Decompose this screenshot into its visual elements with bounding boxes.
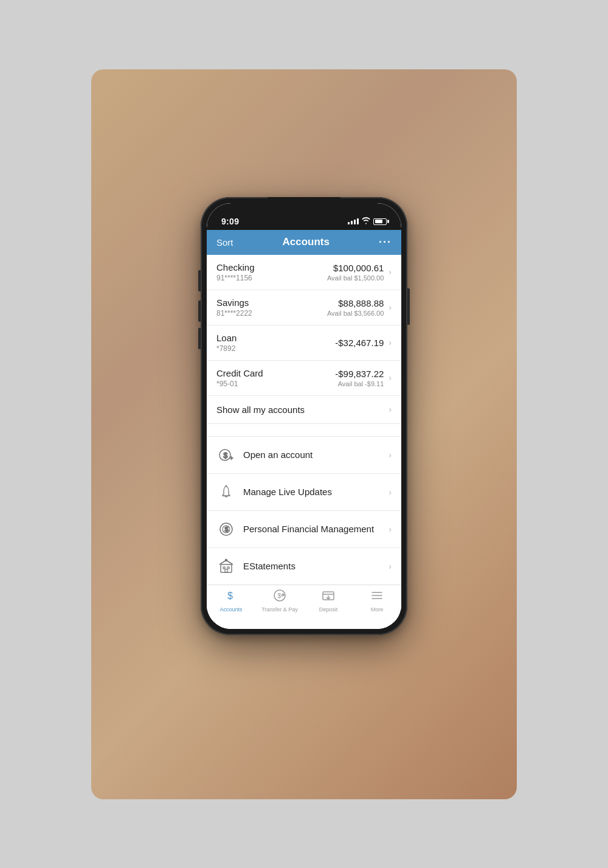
accounts-tab-label: Accounts — [219, 606, 242, 613]
notch — [268, 197, 340, 210]
page-title: Accounts — [283, 236, 330, 248]
building-icon — [216, 557, 236, 576]
personal-financial-button[interactable]: $ Personal Financial Management › — [207, 510, 401, 547]
chevron-icon-estatements: › — [389, 561, 392, 571]
chevron-icon-savings: › — [389, 302, 392, 312]
open-account-label: Open an account — [243, 450, 384, 460]
balance-main-checking: $100,000.61 — [327, 263, 384, 273]
tab-transfer[interactable]: $ Transfer & Pay — [255, 589, 304, 613]
status-time: 9:09 — [221, 217, 239, 226]
svg-text:$: $ — [278, 592, 282, 599]
svg-rect-10 — [227, 567, 229, 569]
personal-financial-label: Personal Financial Management — [243, 524, 384, 534]
home-indicator — [207, 623, 401, 629]
spacer — [207, 424, 401, 436]
dollar-plus-icon: $ — [216, 445, 236, 465]
manage-live-updates-button[interactable]: Manage Live Updates › — [207, 473, 401, 510]
chevron-icon-loan: › — [389, 338, 392, 347]
balance-main-loan: -$32,467.19 — [335, 338, 384, 348]
account-number-savings: 81****2222 — [216, 309, 327, 318]
more-tab-icon — [370, 589, 384, 605]
deposit-tab-label: Deposit — [319, 606, 338, 613]
estatements-button[interactable]: EStatements › — [207, 547, 401, 585]
tab-bar: $ Accounts $ — [207, 585, 401, 623]
content-area: Checking 91****1156 $100,000.61 Avail ba… — [207, 255, 401, 629]
more-tab-label: More — [371, 606, 384, 613]
balance-main-savings: $88,888.88 — [327, 298, 384, 308]
account-name-loan: Loan — [216, 333, 335, 343]
account-item-savings[interactable]: Savings 81****2222 $88,888.88 Avail bal … — [207, 290, 401, 325]
show-all-accounts-button[interactable]: Show all my accounts › — [207, 396, 401, 424]
more-menu-button[interactable]: ··· — [379, 236, 392, 249]
account-number-credit-card: *95-01 — [216, 380, 335, 388]
estatements-label: EStatements — [243, 561, 384, 571]
chevron-icon-open-account: › — [389, 450, 392, 460]
account-name-credit-card: Credit Card — [216, 368, 335, 378]
account-item-loan[interactable]: Loan *7892 -$32,467.19 › — [207, 325, 401, 361]
chevron-icon-show-all: › — [389, 404, 392, 414]
accounts-tab-icon: $ — [224, 589, 238, 605]
sort-button[interactable]: Sort — [216, 237, 233, 248]
svg-rect-9 — [223, 567, 225, 569]
deposit-tab-icon — [322, 589, 335, 605]
manage-live-updates-label: Manage Live Updates — [243, 487, 384, 497]
chevron-icon-personal-financial: › — [389, 524, 392, 534]
balance-avail-credit-card: Avail bal -$9.11 — [335, 380, 384, 387]
chevron-icon-manage-live-updates: › — [389, 487, 392, 497]
account-item-credit-card[interactable]: Credit Card *95-01 -$99,837.22 Avail bal… — [207, 361, 401, 396]
dollar-circle-icon: $ — [216, 519, 236, 539]
account-name-savings: Savings — [216, 297, 327, 308]
wifi-icon — [362, 217, 370, 226]
transfer-tab-icon: $ — [273, 589, 286, 605]
account-name-checking: Checking — [216, 262, 327, 273]
action-list: $ Open an account › — [207, 436, 401, 585]
transfer-tab-label: Transfer & Pay — [261, 606, 298, 613]
status-icons — [348, 217, 387, 226]
svg-text:$: $ — [227, 591, 233, 601]
svg-point-12 — [226, 559, 227, 561]
phone-shell: 9:09 — [201, 197, 407, 635]
bell-icon — [216, 482, 236, 502]
tab-more[interactable]: More — [353, 589, 401, 613]
balance-avail-savings: Avail bal $3,566.00 — [327, 310, 384, 317]
signal-icon — [348, 218, 359, 224]
svg-rect-8 — [221, 564, 232, 572]
account-list: Checking 91****1156 $100,000.61 Avail ba… — [207, 255, 401, 424]
account-number-checking: 91****1156 — [216, 274, 327, 282]
account-number-loan: *7892 — [216, 344, 335, 353]
scene: 9:09 — [91, 69, 517, 799]
chevron-icon-credit-card: › — [389, 373, 392, 383]
balance-main-credit-card: -$99,837.22 — [335, 369, 384, 379]
app-header: Sort Accounts ··· — [207, 230, 401, 255]
phone-screen: 9:09 — [207, 203, 401, 629]
show-all-label: Show all my accounts — [216, 404, 384, 415]
battery-icon — [373, 218, 387, 225]
chevron-icon-checking: › — [389, 267, 392, 277]
svg-text:$: $ — [225, 526, 229, 533]
tab-accounts[interactable]: $ Accounts — [207, 589, 255, 613]
svg-text:$: $ — [224, 451, 228, 459]
open-account-button[interactable]: $ Open an account › — [207, 436, 401, 473]
balance-avail-checking: Avail bal $1,500.00 — [327, 274, 384, 282]
account-item-checking[interactable]: Checking 91****1156 $100,000.61 Avail ba… — [207, 255, 401, 290]
tab-deposit[interactable]: Deposit — [304, 589, 353, 613]
